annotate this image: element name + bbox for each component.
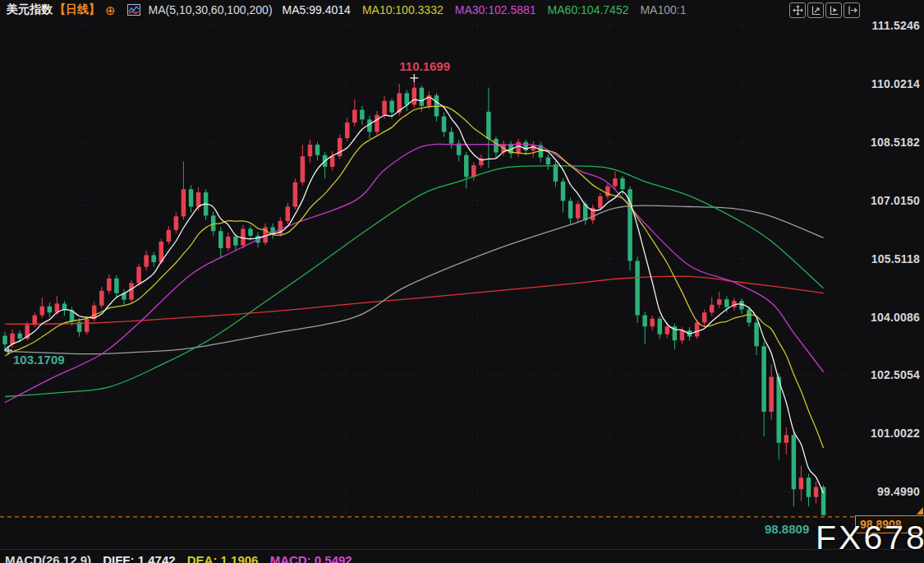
y-axis-label: 107.0150 xyxy=(854,194,920,207)
ma-legend-value: MA60:104.7452 xyxy=(548,3,629,16)
pane-divider xyxy=(0,549,924,550)
ma-settings-label: MA(5,10,30,60,100,200) xyxy=(149,3,273,16)
low-price-label-right: 98.8809 xyxy=(765,522,809,536)
pan-icon[interactable] xyxy=(789,2,806,18)
chart-header: 美元指数 【日线】 ⊕ MA(5,10,30,60,100,200) MA5:9… xyxy=(0,0,924,20)
y-axis-label: 110.0214 xyxy=(854,77,920,90)
y-axis-label: 105.5118 xyxy=(854,252,920,265)
y-axis-label: 99.4990 xyxy=(854,485,920,498)
ma-legend-value: MA30:102.5881 xyxy=(455,3,536,16)
ma-line-ma30 xyxy=(5,144,824,402)
candlestick-chart[interactable] xyxy=(0,0,924,563)
expand-icon[interactable]: ⊕ xyxy=(105,4,116,16)
y-axis-label: 111.5246 xyxy=(854,19,920,32)
y-axis-label: 101.0022 xyxy=(854,427,920,440)
playback-icon[interactable] xyxy=(825,2,842,18)
go-to-latest-icon[interactable] xyxy=(844,2,860,18)
ma-legend-value: MA100:1 xyxy=(640,3,686,16)
macd-indicator-label: MACD(26,12,9) xyxy=(5,553,91,563)
chart-style-icon[interactable] xyxy=(127,4,140,16)
macd-macd-value: MACD: 0.5492 xyxy=(270,553,352,563)
ma-legend-value: MA10:100.3332 xyxy=(362,3,444,16)
trading-chart-app: 美元指数 【日线】 ⊕ MA(5,10,30,60,100,200) MA5:9… xyxy=(0,0,924,563)
y-axis-label: 108.5182 xyxy=(854,136,920,149)
ma-legend: MA5:99.4014MA10:100.3332MA30:102.5881MA6… xyxy=(283,3,698,16)
y-axis-label: 104.0086 xyxy=(854,311,920,324)
y-axis-label: 102.5054 xyxy=(854,368,920,381)
ma-legend-value: MA5:99.4014 xyxy=(283,3,351,16)
ma-line-ma5 xyxy=(5,97,824,493)
price-axis[interactable]: 111.5246110.0214108.5182107.0150105.5118… xyxy=(855,0,922,563)
axis-scale-icon[interactable] xyxy=(807,2,824,18)
high-price-label: 110.1699 xyxy=(399,59,450,73)
chart-toolbar xyxy=(788,2,860,18)
macd-panel-header: MACD(26,12,9) DIFF: 1.4742 DEA: 1.1906 M… xyxy=(5,553,361,563)
watermark: FX678 xyxy=(816,519,924,557)
period-label: 【日线】 xyxy=(54,2,100,17)
macd-diff-value: DIFF: 1.4742 xyxy=(103,553,175,563)
macd-dea-value: DEA: 1.1906 xyxy=(187,553,259,563)
symbol-title: 美元指数 xyxy=(7,2,53,17)
low-price-label-left: 103.1709 xyxy=(13,353,65,367)
ma-line-ma100 xyxy=(5,205,824,354)
